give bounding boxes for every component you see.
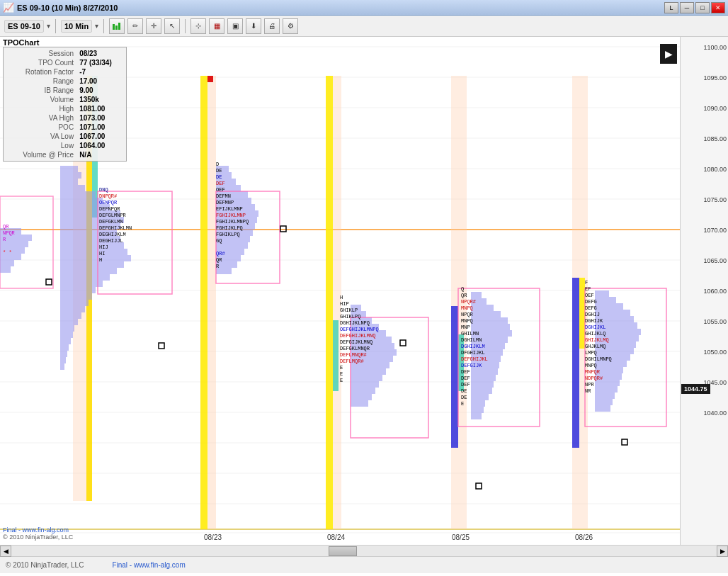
svg-rect-31 (0, 260, 14, 266)
price-1055: 1055.00 (703, 318, 727, 325)
svg-rect-117 (471, 311, 501, 317)
vol-price-value: N/A (76, 150, 125, 159)
tpo-count-label: TPO Count (5, 58, 76, 67)
svg-text:E: E (461, 401, 464, 407)
titlebar: 📈 ES 09-10 (10 Min) 8/27/2010 L ─ □ ✕ (0, 0, 728, 16)
svg-text:DNQ: DNQ (99, 187, 108, 193)
print-button[interactable]: 🖨 (264, 18, 280, 34)
template-button[interactable]: ▣ (227, 18, 243, 34)
svg-text:DGHIJK: DGHIJK (585, 318, 603, 324)
svg-text:DEF: DEF (461, 382, 470, 388)
svg-rect-33 (60, 166, 78, 172)
svg-rect-116 (471, 305, 494, 311)
cursor-button[interactable]: ⊹ (190, 18, 206, 34)
svg-rect-107 (351, 394, 372, 400)
rotation-value: -7 (76, 67, 125, 77)
va-low-label: VA Low (5, 132, 76, 141)
svg-rect-69 (200, 76, 207, 529)
svg-text:QR: QR (216, 257, 222, 263)
svg-rect-139 (595, 290, 609, 297)
chart-type-button[interactable] (109, 18, 125, 34)
svg-rect-66 (46, 279, 52, 285)
svg-text:NPQR: NPQR (461, 312, 474, 317)
svg-rect-58 (60, 325, 74, 332)
svg-rect-106 (351, 388, 375, 394)
svg-rect-127 (471, 375, 496, 381)
svg-rect-70 (207, 76, 213, 82)
svg-text:DGHILMNPQ: DGHILMNPQ (585, 356, 612, 362)
va-low-value: 1067.00 (76, 132, 125, 141)
svg-text:MNPQR: MNPQR (585, 369, 601, 375)
svg-rect-0 (113, 24, 115, 30)
info-table: Session08/23 TPO Count77 (33/34) Rotatio… (5, 49, 125, 159)
svg-text:OENPQR: OENPQR (99, 200, 118, 205)
va-high-label: VA High (5, 113, 76, 123)
svg-text:GQ: GQ (216, 238, 222, 244)
svg-rect-52 (60, 287, 96, 293)
scroll-right-button[interactable]: ▶ (717, 546, 728, 557)
svg-text:MNP: MNP (461, 324, 470, 330)
scroll-thumb[interactable] (329, 546, 357, 556)
svg-text:NPQR: NPQR (3, 230, 16, 236)
svg-text:08/25: 08/25 (452, 533, 470, 541)
svg-text:QR: QR (461, 293, 467, 298)
svg-rect-159 (622, 439, 627, 445)
svg-text:E: E (340, 371, 343, 377)
svg-rect-119 (471, 324, 510, 330)
svg-text:DEFGIJKLMNQ: DEFGIJKLMNQ (340, 339, 372, 345)
low-label: Low (5, 141, 76, 150)
svg-text:GHIJKLMQ: GHIJKLMQ (585, 337, 609, 343)
next-button[interactable]: ▶ (660, 44, 677, 64)
svg-rect-141 (595, 303, 623, 310)
svg-text:DEFNPQR: DEFNPQR (99, 206, 120, 212)
poc-value: 1071.00 (76, 123, 125, 132)
price-1090: 1090.00 (703, 105, 727, 112)
high-label: High (5, 104, 76, 113)
svg-text:FGHIKLPQ: FGHIKLPQ (216, 232, 240, 237)
close-button[interactable]: ✕ (711, 2, 725, 13)
crosshair-button[interactable]: ✛ (146, 18, 161, 34)
l-button[interactable]: L (664, 2, 678, 13)
svg-text:NPQR#: NPQR# (461, 299, 476, 305)
range-value: 17.00 (76, 77, 125, 86)
svg-text:DEFMN: DEFMN (216, 193, 231, 199)
svg-text:HIP: HIP (340, 301, 349, 307)
save-button[interactable]: ⬇ (246, 18, 261, 34)
instrument-label[interactable]: ES 09-10 (4, 20, 44, 33)
svg-rect-59 (60, 332, 73, 338)
separator-3 (185, 19, 186, 33)
copyright: © 2010 NinjaTrader, LLC (6, 561, 84, 569)
arrow-button[interactable]: ↖ (164, 18, 180, 34)
main-area: TPOChart Session08/23 TPO Count77 (33/34… (0, 37, 728, 545)
price-axis: 1100.00 1095.00 1090.00 1085.00 1080.00 … (680, 37, 728, 545)
props-button[interactable]: ⚙ (283, 18, 298, 34)
svg-text:MNPQ: MNPQ (461, 305, 473, 311)
minimize-button[interactable]: ─ (680, 2, 694, 13)
svg-text:FGHIJKLMNP: FGHIJKLMNP (216, 213, 246, 218)
svg-text:DEFMNP: DEFMNP (216, 200, 234, 205)
timeframe-label[interactable]: 10 Min (61, 20, 92, 33)
scroll-track[interactable] (11, 546, 717, 556)
svg-text:HIJ: HIJ (99, 244, 108, 250)
svg-text:FGHIJKLMNPQ: FGHIJKLMNPQ (216, 219, 249, 225)
svg-text:DEF: DEF (461, 369, 470, 375)
svg-text:08/26: 08/26 (575, 533, 593, 541)
svg-text:GHJKLMQ: GHJKLMQ (585, 344, 605, 349)
svg-text:EFIJKLMNP: EFIJKLMNP (216, 206, 243, 212)
horizontal-scrollbar[interactable]: ◀ ▶ (0, 545, 728, 556)
svg-text:NDPQR#: NDPQR# (585, 375, 603, 381)
scroll-left-button[interactable]: ◀ (0, 546, 11, 557)
svg-rect-133 (471, 413, 482, 419)
svg-text:LMPQ: LMPQ (585, 350, 597, 356)
draw-button[interactable]: ✏ (127, 18, 143, 34)
svg-rect-129 (471, 388, 492, 394)
svg-text:OEF: OEF (585, 293, 594, 298)
svg-rect-57 (60, 319, 78, 325)
svg-text:Q: Q (461, 286, 464, 292)
chart-container[interactable]: TPOChart Session08/23 TPO Count77 (33/34… (0, 37, 680, 545)
svg-rect-156 (595, 399, 613, 405)
maximize-button[interactable]: □ (695, 2, 710, 13)
high-value: 1081.00 (76, 104, 125, 113)
svg-text:OEFGHIJKLMNPQ: OEFGHIJKLMNPQ (340, 327, 379, 332)
session-button[interactable]: ▦ (209, 18, 224, 34)
